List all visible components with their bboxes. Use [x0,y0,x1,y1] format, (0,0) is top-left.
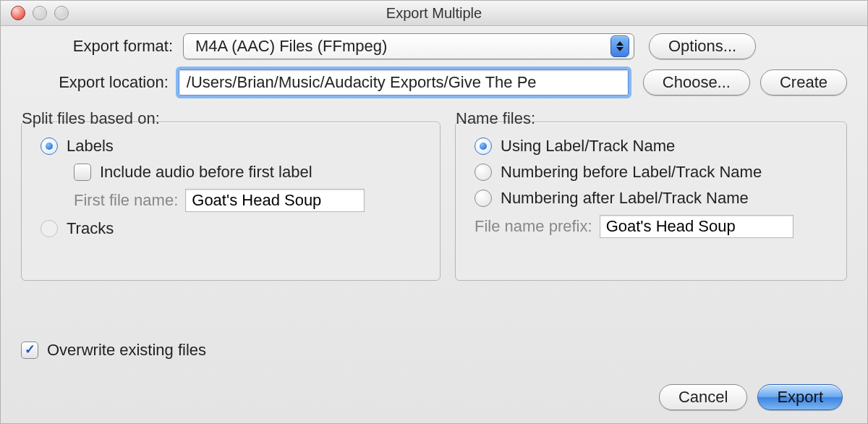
radio-icon [475,137,492,155]
split-tracks-option[interactable]: Tracks [41,219,425,238]
dialog-buttons: Cancel Export [659,384,843,410]
file-name-prefix-input[interactable] [600,215,793,238]
first-file-name-row: First file name: [74,189,425,212]
name-using-label: Using Label/Track Name [501,137,675,156]
group-row: Split files based on: Labels Include aud… [21,122,847,281]
options-button[interactable]: Options... [649,33,756,59]
name-using-option[interactable]: Using Label/Track Name [475,137,832,156]
radio-icon [41,137,58,155]
name-num-before-option[interactable]: Numbering before Label/Track Name [475,163,832,182]
choose-button[interactable]: Choose... [643,69,750,96]
export-button[interactable]: Export [757,384,843,410]
overwrite-option[interactable]: Overwrite existing files [21,341,206,360]
create-button[interactable]: Create [760,69,847,96]
overwrite-label: Overwrite existing files [47,341,206,360]
dialog-body: Export format: M4A (AAC) Files (FFmpeg) … [1,26,867,291]
name-files-caption: Name files: [456,109,535,128]
checkbox-icon [74,164,91,181]
radio-icon [41,220,58,237]
close-icon[interactable] [11,6,25,20]
name-num-after-label: Numbering after Label/Track Name [501,189,749,208]
export-format-value: M4A (AAC) Files (FFmpeg) [195,37,387,56]
radio-icon [475,164,492,181]
split-labels-label: Labels [67,137,114,156]
radio-icon [475,190,492,207]
zoom-icon[interactable] [54,6,69,20]
export-format-row: Export format: M4A (AAC) Files (FFmpeg) … [21,33,847,59]
export-format-select[interactable]: M4A (AAC) Files (FFmpeg) [183,33,634,59]
name-num-before-label: Numbering before Label/Track Name [501,163,762,182]
name-num-after-option[interactable]: Numbering after Label/Track Name [475,189,832,208]
file-name-prefix-label: File name prefix: [475,217,592,236]
include-before-label: Include audio before first label [100,163,312,182]
export-location-input[interactable] [179,69,629,96]
first-file-name-input[interactable] [185,189,365,212]
export-format-label: Export format: [21,37,183,56]
titlebar: Export Multiple [1,1,867,26]
checkbox-icon [21,342,38,359]
export-location-row: Export location: Choose... Create [21,69,847,96]
include-before-option[interactable]: Include audio before first label [74,163,425,182]
cancel-button[interactable]: Cancel [659,384,747,410]
split-tracks-label: Tracks [67,219,114,238]
select-stepper-icon [610,35,629,57]
split-files-caption: Split files based on: [22,109,160,128]
export-multiple-window: Export Multiple Export format: M4A (AAC)… [0,0,868,424]
name-files-group: Name files: Using Label/Track Name Numbe… [455,122,847,281]
window-controls [11,6,69,20]
split-files-group: Split files based on: Labels Include aud… [21,122,441,281]
window-title: Export Multiple [386,5,482,21]
file-name-prefix-row: File name prefix: [475,215,832,238]
minimize-icon[interactable] [33,6,47,20]
first-file-name-label: First file name: [74,191,178,210]
split-labels-option[interactable]: Labels [41,137,425,156]
export-location-label: Export location: [21,73,179,92]
